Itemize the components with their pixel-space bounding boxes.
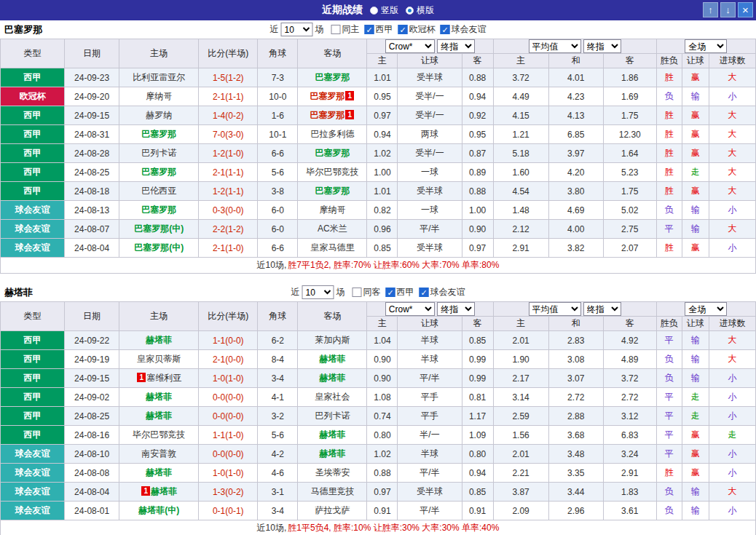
- match-result: 平: [656, 331, 682, 350]
- team-name[interactable]: 巴列卡诺: [141, 148, 176, 158]
- col-handicap-result: 让球: [682, 54, 709, 68]
- filter-checkbox-球会友谊[interactable]: ✓球会友谊: [420, 286, 465, 298]
- match-date: 24-08-04: [65, 483, 119, 502]
- match-row: 西甲24-09-22赫塔菲1-1(0-0)6-2莱加内斯1.04半球0.852.…: [1, 331, 756, 350]
- team-name[interactable]: 赫塔菲: [146, 411, 172, 421]
- close-button[interactable]: ×: [738, 2, 753, 17]
- layout-radio-vertical[interactable]: 竖版: [370, 4, 398, 17]
- team-name[interactable]: 赫塔菲: [319, 373, 345, 383]
- team-name[interactable]: 皇家贝蒂斯: [137, 354, 181, 364]
- match-count-select[interactable]: 10: [302, 285, 334, 299]
- team-name[interactable]: 南安普敦: [141, 448, 176, 459]
- team-name[interactable]: 巴塞罗那: [310, 91, 344, 101]
- avg-odds-value: 2.01: [493, 445, 548, 464]
- checkbox-label: 西甲: [397, 286, 414, 298]
- team-name[interactable]: 圣埃蒂安: [315, 467, 350, 477]
- team-name[interactable]: 巴列卡诺: [315, 411, 350, 421]
- titlebar: 近期战绩 竖版 横版 ↑ ↓ ×: [0, 0, 756, 20]
- home-team-cell: 巴伦西亚: [119, 182, 199, 201]
- checkbox-checked-icon: ✓: [398, 25, 408, 34]
- bookmaker-select[interactable]: Crow*: [385, 39, 435, 53]
- league-badge: 球会友谊: [1, 445, 65, 464]
- team-name[interactable]: 比利亚雷亚尔: [133, 72, 185, 82]
- avg-odds-value: 3.24: [603, 445, 656, 464]
- filter-checkbox-西甲[interactable]: ✓西甲: [386, 286, 414, 298]
- team-name[interactable]: 赫塔菲: [319, 429, 345, 440]
- move-up-button[interactable]: ↑: [703, 2, 718, 17]
- handicap-odds-value: 一球: [398, 201, 462, 220]
- games-label: 场: [315, 23, 324, 36]
- team-name[interactable]: 摩纳哥: [319, 205, 345, 215]
- team-name[interactable]: 赫塔菲: [146, 335, 172, 345]
- avg-odds-value: 2.83: [548, 331, 603, 350]
- team-name[interactable]: 巴塞罗那(中): [134, 242, 184, 253]
- odds-time-select[interactable]: 终指: [437, 39, 475, 53]
- match-score: 1-4(0-2): [199, 106, 258, 125]
- match-count-select[interactable]: 10: [281, 23, 313, 36]
- average-select[interactable]: 平均值: [529, 302, 581, 316]
- team-name[interactable]: 巴塞罗那: [141, 167, 176, 177]
- handicap-odds-value: 平/半: [398, 502, 462, 520]
- layout-radio-horizontal[interactable]: 横版: [406, 4, 434, 17]
- match-row: 球会友谊24-08-041赫塔菲1-3(0-2)3-1马德里竞技0.97受半球0…: [1, 483, 756, 502]
- team-name[interactable]: 巴拉多利德: [310, 129, 354, 139]
- avg-odds-value: 1.64: [603, 144, 656, 163]
- handicap-odds-value: 1.09: [462, 426, 493, 445]
- league-badge: 西甲: [1, 106, 65, 125]
- filter-checkbox-欧冠杯[interactable]: ✓欧冠杯: [398, 23, 436, 36]
- home-team-cell: 毕尔巴鄂竞技: [119, 426, 199, 445]
- scope-select[interactable]: 全场: [685, 39, 727, 53]
- team-name[interactable]: 巴塞罗那: [315, 72, 350, 82]
- odds-time-select[interactable]: 终指: [437, 302, 475, 316]
- league-badge: 西甲: [1, 407, 65, 426]
- team-name[interactable]: 萨拉戈萨: [315, 505, 350, 515]
- away-team-cell: 毕尔巴鄂竞技: [298, 163, 367, 182]
- team-name[interactable]: 巴塞罗那(中): [134, 223, 184, 234]
- team-name[interactable]: 赫塔菲: [146, 392, 172, 402]
- team-name[interactable]: 皇家马德里: [310, 242, 354, 253]
- filter-checkbox-西甲[interactable]: ✓西甲: [365, 23, 393, 36]
- team-name[interactable]: 毕尔巴鄂竞技: [306, 167, 358, 177]
- team-name[interactable]: 赫塔菲: [319, 354, 345, 364]
- filter-checkbox-同主[interactable]: 同主: [331, 23, 360, 36]
- average-select[interactable]: 平均值: [529, 39, 581, 53]
- avg-time-select[interactable]: 终指: [583, 39, 621, 53]
- match-row: 球会友谊24-08-13巴塞罗那0-3(0-0)6-0摩纳哥0.82一球1.00…: [1, 201, 756, 220]
- filter-checkbox-球会友谊[interactable]: ✓球会友谊: [441, 23, 487, 36]
- home-team-cell: 赫罗纳: [119, 106, 199, 125]
- team-name[interactable]: 巴伦西亚: [141, 186, 176, 196]
- team-name[interactable]: 莱加内斯: [315, 335, 350, 345]
- avg-time-select[interactable]: 终指: [583, 302, 621, 316]
- col-corner: 角球: [258, 302, 298, 331]
- away-team-cell: AC米兰: [298, 220, 367, 239]
- team-name[interactable]: 摩纳哥: [146, 91, 172, 101]
- league-badge: 西甲: [1, 350, 65, 369]
- team-name[interactable]: 马德里竞技: [310, 486, 354, 496]
- avg-odds-value: 6.85: [548, 125, 603, 144]
- team-name[interactable]: 赫塔菲: [151, 486, 177, 496]
- team-name[interactable]: 巴塞罗那: [315, 148, 350, 158]
- team-name[interactable]: AC米兰: [318, 223, 347, 234]
- team-name[interactable]: 巴塞罗那: [141, 205, 176, 215]
- match-result: 负: [656, 350, 682, 369]
- team-name[interactable]: 巴塞罗那: [310, 110, 344, 120]
- team-name[interactable]: 赫塔菲: [146, 467, 172, 477]
- match-row: 西甲24-08-25巴塞罗那2-1(1-1)5-6毕尔巴鄂竞技1.00一球0.8…: [1, 163, 756, 182]
- team-name[interactable]: 巴塞罗那: [315, 186, 350, 196]
- corner-score: 3-1: [258, 483, 298, 502]
- scope-select[interactable]: 全场: [685, 302, 727, 316]
- match-score: 1-2(1-1): [199, 182, 258, 201]
- bookmaker-select[interactable]: Crow*: [385, 302, 435, 316]
- team-name[interactable]: 赫塔菲: [319, 448, 345, 459]
- team-name[interactable]: 塞维利亚: [146, 373, 181, 383]
- handicap-result: 走: [682, 163, 709, 182]
- filter-checkbox-同客[interactable]: 同客: [353, 286, 381, 298]
- team-name[interactable]: 赫塔菲(中): [138, 505, 179, 515]
- team-name[interactable]: 赫罗纳: [146, 110, 172, 120]
- team-name[interactable]: 毕尔巴鄂竞技: [133, 429, 185, 440]
- move-down-button[interactable]: ↓: [720, 2, 736, 17]
- handicap-odds-value: 1.04: [367, 331, 398, 350]
- avg-odds-value: 1.48: [493, 201, 548, 220]
- team-name[interactable]: 巴塞罗那: [141, 129, 176, 139]
- team-name[interactable]: 皇家社会: [315, 392, 350, 402]
